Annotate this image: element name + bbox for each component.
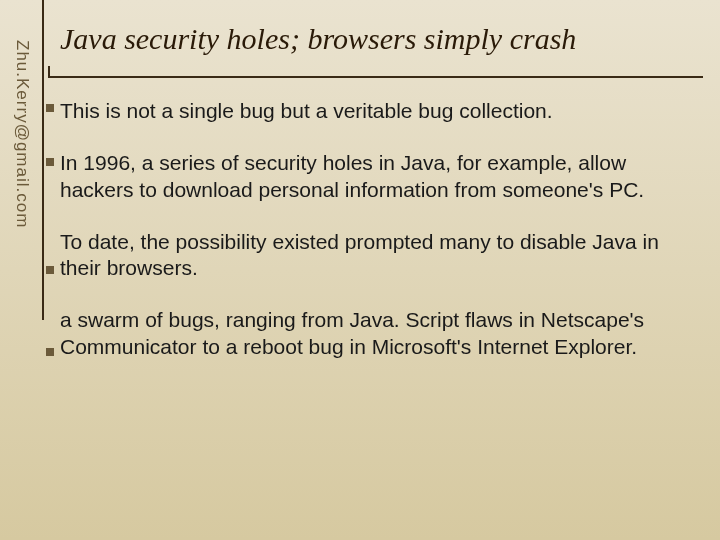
paragraph: To date, the possibility existed prompte… <box>60 229 680 282</box>
bullet-icon <box>46 266 54 274</box>
slide-title: Java security holes; browsers simply cra… <box>60 22 576 56</box>
vertical-divider <box>42 0 44 320</box>
paragraph: This is not a single bug but a veritable… <box>60 98 680 124</box>
bullet-icon <box>46 348 54 356</box>
bullet-icon <box>46 158 54 166</box>
paragraph: a swarm of bugs, ranging from Java. Scri… <box>60 307 680 360</box>
bullet-icon <box>46 104 54 112</box>
slide-body: This is not a single bug but a veritable… <box>60 98 680 386</box>
title-underline <box>48 76 703 78</box>
paragraph: In 1996, a series of security holes in J… <box>60 150 680 203</box>
sidebar-email: Zhu.Kerry@gmail.com <box>12 40 32 228</box>
title-rule-tick <box>48 66 50 76</box>
